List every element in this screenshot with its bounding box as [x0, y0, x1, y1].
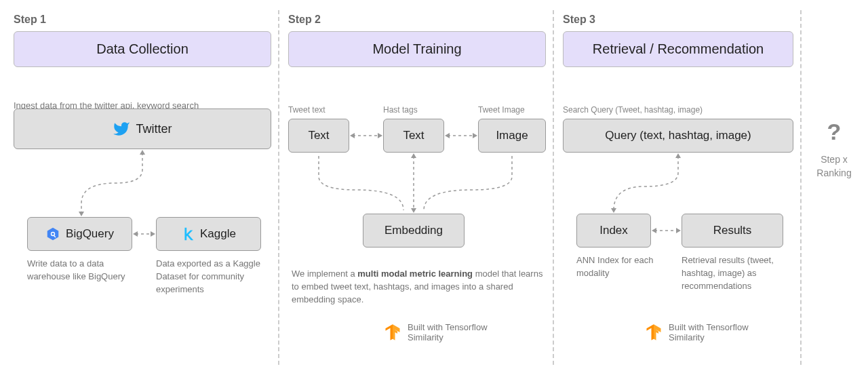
svg-marker-21: [676, 228, 681, 233]
query-box: Query (text, hashtag, image): [563, 119, 793, 153]
stepx-column: ? Step x Ranking: [807, 14, 861, 359]
kaggle-text: Kaggle: [200, 227, 236, 241]
svg-marker-9: [350, 133, 355, 138]
results-box: Results: [682, 214, 783, 248]
svg-marker-12: [445, 133, 450, 138]
bigquery-box: BigQuery: [27, 217, 132, 251]
svg-marker-18: [611, 208, 616, 213]
stepx-label: Step x Ranking: [807, 153, 861, 180]
step2-column: Step 2 Model Training Tweet text Hast ta…: [288, 14, 546, 359]
step3-label: Step 3: [563, 14, 793, 26]
bigquery-caption: Write data to a data warehouse like BigQ…: [27, 258, 132, 283]
step1-label: Step 1: [14, 14, 271, 26]
divider-1: [278, 10, 279, 365]
divider-3: [800, 10, 802, 365]
query-label: Search Query (Tweet, hashtag, image): [563, 105, 703, 115]
twitter-text: Twitter: [136, 122, 172, 136]
embedding-box: Embedding: [363, 214, 465, 248]
divider-2: [553, 10, 554, 365]
svg-marker-17: [675, 153, 681, 158]
step1-header: Data Collection: [14, 31, 271, 67]
step2-header: Model Training: [288, 31, 546, 67]
tensorflow-badge-step2: Built with Tensorflow Similarity: [383, 322, 502, 342]
tweet-text-label: Tweet text: [288, 105, 326, 115]
index-caption: ANN Index for each modality: [576, 254, 658, 280]
kaggle-icon: [181, 226, 195, 241]
question-mark-icon: ?: [807, 119, 861, 145]
kaggle-box: Kaggle: [156, 217, 261, 251]
svg-marker-4: [79, 212, 84, 216]
twitter-box: Twitter: [14, 108, 271, 149]
step1-column: Step 1 Data Collection Ingest data from …: [14, 14, 271, 359]
svg-marker-16: [411, 208, 416, 213]
bigquery-icon: [45, 226, 60, 241]
text1-box: Text: [288, 119, 349, 153]
svg-marker-6: [133, 231, 138, 237]
twitter-icon: [113, 120, 130, 138]
svg-marker-3: [140, 150, 145, 155]
tweet-image-label: Tweet Image: [478, 105, 525, 115]
bigquery-text: BigQuery: [66, 227, 114, 241]
svg-marker-15: [411, 153, 416, 158]
step3-column: Step 3 Retrieval / Recommendation Search…: [563, 14, 793, 359]
step3-header: Retrieval / Recommendation: [563, 31, 793, 67]
svg-point-1: [52, 233, 54, 235]
index-box: Index: [576, 214, 651, 248]
kaggle-caption: Data exported as a Kaggle Dataset for co…: [156, 258, 264, 296]
results-caption: Retrieval results (tweet, hashtag, image…: [682, 254, 790, 293]
tensorflow-badge-step3: Built with Tensorflow Similarity: [644, 322, 764, 342]
step2-label: Step 2: [288, 14, 546, 26]
tensorflow-icon: [383, 323, 402, 342]
hashtags-label: Hast tags: [383, 105, 418, 115]
svg-marker-7: [151, 231, 155, 237]
svg-marker-20: [652, 228, 656, 233]
step2-caption: We implement a multi modal metric learni…: [292, 268, 546, 307]
tensorflow-icon: [644, 323, 663, 342]
image-box: Image: [478, 119, 546, 153]
svg-marker-13: [473, 133, 477, 138]
text2-box: Text: [383, 119, 444, 153]
svg-marker-10: [378, 133, 382, 138]
